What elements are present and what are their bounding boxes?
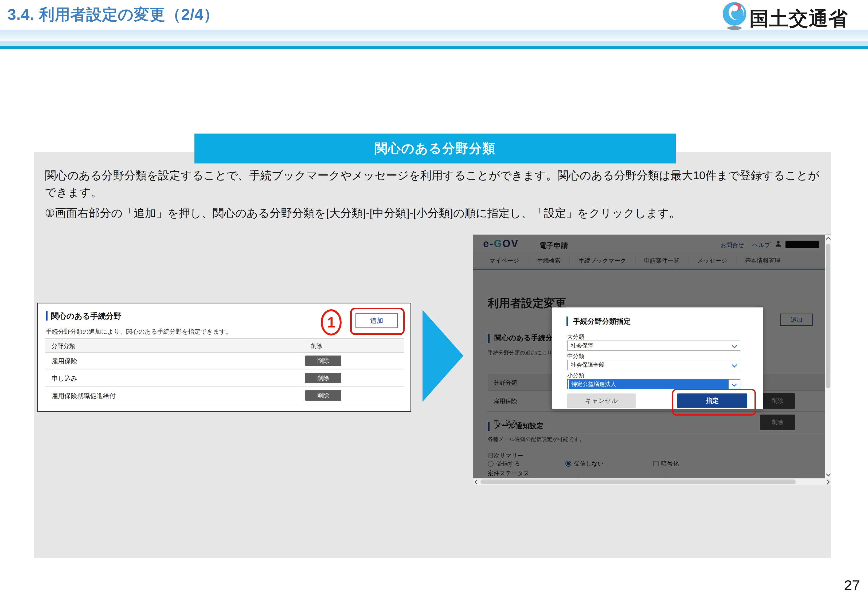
slide: 3.4. 利用者設定の変更（2/4） 国土交通省 関心のある分野分類 関心のある… [0, 0, 868, 601]
add-button-red-annotation: 追加 [350, 308, 405, 335]
delete-button[interactable]: 削除 [305, 390, 341, 401]
transition-arrow [422, 310, 463, 402]
horizontal-scrollbar[interactable] [473, 478, 831, 485]
section-banner: 関心のある分野分類 [195, 134, 676, 163]
left-section-title: 関心のある手続分野 [51, 311, 121, 322]
highlighted-option: 特定公益増進法人 [569, 380, 729, 389]
selected-value: 社会保障全般 [568, 361, 732, 369]
scroll-left-icon[interactable] [474, 479, 479, 484]
scroll-down-icon[interactable] [826, 471, 831, 476]
minor-category-select[interactable]: 特定公益増進法人 [567, 379, 740, 389]
section-accent-bar [566, 317, 568, 326]
step1-text: ①画面右部分の「追加」を押し、関心のある分野分類を[大分類]-[中分類]-[小分… [45, 206, 827, 221]
ministry-logo-text: 国土交通省 [749, 6, 848, 32]
category-modal: 手続分野分類指定 大分類 社会保障 中分類 社会保障全般 小分類 特定公益増進法… [552, 307, 763, 409]
scroll-right-icon[interactable] [825, 479, 830, 484]
major-category-label: 大分類 [567, 333, 584, 340]
header-stripe [0, 38, 868, 41]
row-category: 申し込み [52, 374, 78, 383]
add-button[interactable]: 追加 [355, 313, 398, 328]
page-number: 27 [833, 577, 860, 593]
header-stripe [0, 41, 868, 46]
column-header-delete: 削除 [311, 342, 322, 350]
major-category-select[interactable]: 社会保障 [567, 340, 740, 351]
delete-button[interactable]: 削除 [305, 355, 341, 366]
modal-title: 手続分野分類指定 [573, 317, 631, 326]
vertical-scrollbar-thumb[interactable] [826, 244, 830, 388]
page-title: 3.4. 利用者設定の変更（2/4） [8, 4, 219, 25]
selected-value: 特定公益増進法人 [569, 380, 729, 388]
table-row: 雇用保険就職促進給付 削除 [45, 387, 404, 404]
header-accent-bar [0, 46, 868, 49]
cancel-button[interactable]: キャンセル [567, 394, 636, 408]
chevron-down-icon [732, 343, 737, 348]
middle-category-select[interactable]: 社会保障全般 [567, 360, 740, 370]
intro-text: 関心のある分野分類を設定することで、手続ブックマークやメッセージを利用することが… [45, 167, 827, 201]
horizontal-scrollbar-thumb[interactable] [480, 479, 796, 484]
right-screenshot: e-GOV 電子申請 お問合せ ヘルプ マイページ 手続検索 手続ブックマーク … [473, 235, 831, 485]
mlit-logo-icon [721, 1, 748, 31]
column-header-category: 分野分類 [52, 342, 75, 350]
chevron-down-icon [732, 362, 737, 368]
chevron-down-icon [731, 381, 737, 387]
row-category: 雇用保険就職促進給付 [52, 392, 116, 400]
left-screenshot: 関心のある手続分野 手続分野分類の追加により、関心のある手続分野を指定できます。… [37, 303, 411, 412]
row-category: 雇用保険 [52, 357, 77, 365]
egov-page: e-GOV 電子申請 お問合せ ヘルプ マイページ 手続検索 手続ブックマーク … [473, 235, 825, 478]
selected-value: 社会保障 [568, 342, 732, 349]
middle-category-label: 中分類 [567, 352, 584, 360]
table-row: 申し込み 削除 [45, 369, 404, 387]
scroll-up-icon[interactable] [826, 236, 831, 241]
minor-category-label: 小分類 [567, 372, 584, 379]
delete-button[interactable]: 削除 [305, 373, 341, 383]
step1-marker-circle: 1 [321, 309, 341, 336]
submit-button-red-annotation [672, 389, 756, 416]
header-stripe [0, 30, 868, 38]
table-row: 雇用保険 削除 [45, 352, 404, 369]
section-accent-bar [46, 311, 47, 320]
table-header-row: 分野分類 削除 [45, 339, 404, 352]
left-section-description: 手続分野分類の追加により、関心のある手続分野を指定できます。 [46, 328, 231, 336]
vertical-scrollbar[interactable] [825, 235, 831, 478]
